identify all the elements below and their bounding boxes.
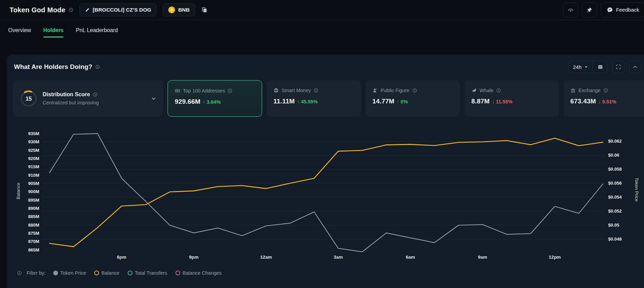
y-tick-left: 865M	[7, 247, 39, 253]
legend-label: Total Transfers	[135, 270, 167, 276]
info-icon[interactable]	[93, 92, 98, 97]
stat-card-smart-money[interactable]: Smart Money11.11M↑ 45.55%	[267, 80, 361, 117]
stat-change-up: ↑ 3.64%	[203, 99, 220, 105]
x-tick: 12am	[254, 255, 278, 260]
y-tick-left: 900M	[7, 189, 39, 195]
stat-value: 673.43M	[570, 98, 596, 105]
feedback-label: Feedback	[616, 7, 639, 13]
y-tick-left: 870M	[7, 239, 39, 245]
y-tick-left: 935M	[7, 131, 39, 137]
chat-bubble-icon	[607, 7, 613, 13]
distribution-score-gauge: 15	[20, 90, 38, 107]
tab-pnl-leaderboard[interactable]: PnL Leaderboard	[76, 20, 118, 40]
watch-icon	[568, 7, 574, 13]
fullscreen-button[interactable]	[612, 61, 625, 73]
info-icon[interactable]	[17, 271, 22, 275]
stat-label: Exchange	[578, 88, 601, 93]
stat-card-top-100-addresses[interactable]: Top 100 Addresses929.66M↑ 3.64%	[168, 80, 262, 117]
collapse-button[interactable]	[629, 61, 641, 73]
y-tick-left: 905M	[7, 181, 39, 187]
tab-holders[interactable]: Holders	[43, 20, 64, 40]
stat-label: Whale	[480, 88, 493, 93]
y-tick-right: $0.052	[608, 208, 622, 214]
filter-by-label: Filter by:	[27, 270, 46, 276]
calendar-button[interactable]	[593, 61, 607, 73]
y-tick-right: $0.058	[608, 166, 622, 172]
pin-icon	[586, 7, 592, 13]
y-tick-right: $0.054	[608, 194, 622, 200]
y-tick-right: $0.048	[608, 236, 622, 242]
stat-card-exchange[interactable]: Exchange673.43M↓ 5.51%	[563, 80, 644, 117]
distribution-score-card[interactable]: 15 Distribution Score Centralized but im…	[13, 80, 163, 117]
app-title: Token God Mode	[10, 6, 66, 14]
y-tick-left: 915M	[7, 164, 39, 170]
y-tick-left: 875M	[7, 230, 39, 236]
timeframe-select[interactable]: 24h	[569, 61, 593, 73]
right-axis-title: Token Price	[634, 169, 639, 210]
y-tick-left: 920M	[7, 156, 39, 162]
calendar-icon	[598, 64, 603, 70]
chain-name: BNB	[178, 7, 190, 13]
legend-swatch	[175, 271, 180, 275]
legend-item-balance[interactable]: Balance	[94, 270, 119, 276]
stat-value: 14.77M	[372, 98, 395, 105]
info-icon[interactable]	[412, 88, 417, 93]
info-icon[interactable]	[496, 88, 501, 93]
x-tick: 3am	[326, 255, 350, 260]
stat-change-down: ↓ 5.51%	[598, 99, 616, 104]
copy-address-button[interactable]	[201, 7, 207, 13]
legend-item-balance-changes[interactable]: Balance Changes	[175, 270, 221, 276]
token-selector-button[interactable]: [BROCCOLI] CZ'S DOG	[80, 3, 157, 16]
timeframe-pill: 24h	[568, 61, 608, 73]
legend-label: Balance	[101, 270, 119, 276]
watchlist-button[interactable]	[563, 2, 578, 17]
panel-title: What Are Holders Doing?	[14, 63, 92, 71]
panel-controls: 24h	[568, 61, 641, 73]
x-tick: 6pm	[110, 255, 134, 260]
tab-overview[interactable]: Overview	[8, 20, 31, 40]
stat-label: Smart Money	[282, 88, 311, 93]
stats-row: 15 Distribution Score Centralized but im…	[13, 80, 644, 117]
whale-icon	[471, 88, 477, 93]
stat-value: 929.66M	[175, 98, 200, 105]
y-tick-right: $0.062	[608, 138, 622, 144]
distribution-score-description: Centralized but improving	[43, 100, 146, 105]
chart-legend: Filter by: Token PriceBalanceTotal Trans…	[17, 270, 225, 276]
info-icon[interactable]	[69, 8, 73, 12]
stat-value: 8.87M	[471, 98, 490, 105]
pin-button[interactable]	[582, 2, 597, 17]
banknote-icon	[175, 88, 180, 93]
stat-card-whale[interactable]: Whale8.87M↓ 11.55%	[464, 80, 559, 117]
info-icon[interactable]	[95, 64, 100, 69]
stat-card-public-figure[interactable]: Public Figure14.77M↑ 0%	[366, 80, 460, 117]
chain-selector-button[interactable]: BNB	[163, 3, 195, 16]
y-tick-left: 925M	[7, 147, 39, 154]
header-actions: Feedback	[563, 2, 644, 17]
y-tick-right: $0.056	[608, 180, 622, 186]
legend-swatch	[94, 271, 99, 275]
legend-label: Token Price	[60, 270, 86, 276]
chevron-up-icon	[632, 64, 638, 70]
legend-item-token-price[interactable]: Token Price	[53, 270, 86, 276]
info-icon[interactable]	[314, 88, 318, 93]
x-tick: 12pm	[543, 255, 567, 260]
info-icon[interactable]	[603, 88, 608, 93]
bank-icon	[570, 88, 576, 93]
y-tick-right: $0.06	[608, 152, 619, 158]
stat-label: Top 100 Addresses	[183, 88, 225, 93]
y-tick-left: 910M	[7, 172, 39, 178]
legend-item-total-transfers[interactable]: Total Transfers	[128, 270, 167, 276]
y-tick-left: 880M	[7, 222, 39, 228]
y-tick-left: 890M	[7, 205, 39, 212]
public-figure-icon	[372, 88, 378, 93]
y-tick-left: 885M	[7, 214, 39, 220]
fullscreen-icon	[616, 64, 621, 70]
x-tick: 9am	[471, 255, 495, 260]
chevron-down-icon[interactable]	[151, 96, 156, 101]
feedback-button[interactable]: Feedback	[601, 2, 644, 17]
info-icon[interactable]	[228, 88, 232, 93]
legend-swatch	[53, 271, 58, 275]
stat-label: Public Figure	[381, 88, 410, 93]
y-tick-right: $0.05	[608, 222, 619, 228]
caret-down-icon	[584, 65, 588, 69]
